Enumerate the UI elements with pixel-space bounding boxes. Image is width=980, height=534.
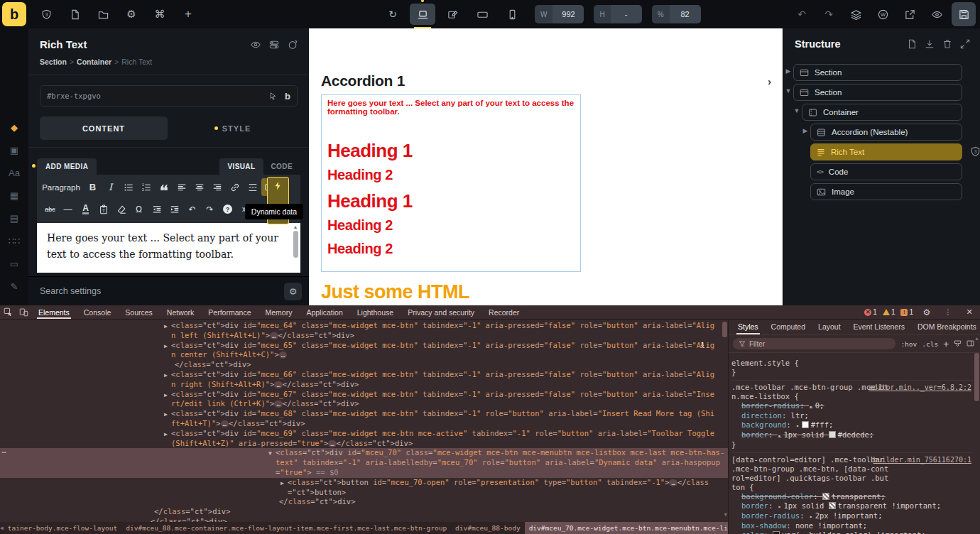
redo-icon[interactable]: ↷ bbox=[201, 200, 219, 218]
structure-item-box[interactable]: Rich Text bbox=[810, 143, 962, 160]
toggle-pseudo-classes-button[interactable]: :hov bbox=[900, 340, 917, 348]
paste-as-text-icon[interactable]: T bbox=[94, 200, 112, 218]
structure-item-section[interactable]: ▶Section bbox=[783, 64, 980, 81]
eye-icon[interactable] bbox=[925, 2, 949, 26]
css-selector-value[interactable]: #brxe-txpgvo bbox=[47, 92, 261, 100]
devtools-tab-privacy-and-security[interactable]: Privacy and security bbox=[401, 305, 481, 319]
numbered-list-icon[interactable]: 12 bbox=[137, 178, 155, 196]
structure-item-rich-text[interactable]: Rich Text3 bbox=[783, 143, 980, 160]
bullet-list-icon[interactable] bbox=[119, 178, 137, 196]
elements-tree-line[interactable]: </class="ct">div> bbox=[0, 517, 716, 522]
height-value[interactable]: - bbox=[611, 5, 642, 23]
css-property[interactable]: background-color: transparent; bbox=[731, 492, 973, 501]
elements-tree-line[interactable]: </class="ct">div> bbox=[0, 507, 716, 517]
folder-icon[interactable] bbox=[91, 2, 115, 26]
structure-item-image[interactable]: Image bbox=[783, 183, 980, 200]
page-canvas[interactable]: Accordion 1 › Here goes your text ... Se… bbox=[309, 28, 783, 305]
strikethrough-icon[interactable]: abc bbox=[41, 200, 59, 218]
italic-icon[interactable]: I bbox=[102, 178, 119, 196]
styles-tab-computed[interactable]: Computed bbox=[765, 319, 812, 334]
elements-tree-line[interactable]: ▶<class="ct">div id="mceu_65" class="mce… bbox=[0, 341, 716, 361]
layers-icon[interactable] bbox=[844, 2, 868, 26]
portrait-device-button[interactable] bbox=[499, 4, 525, 25]
breadcrumb-rich-text[interactable]: Rich Text bbox=[121, 58, 152, 66]
new-style-rule-button[interactable]: + bbox=[943, 339, 949, 349]
styles-filter-input[interactable]: Filter bbox=[733, 338, 895, 349]
rendering-emulation-icon[interactable] bbox=[954, 339, 962, 349]
dom-breadcrumbs[interactable]: ◀tainer-body.mce-flow-layoutdiv#mceu_88.… bbox=[0, 522, 728, 534]
console-warnings-badge[interactable]: 1 bbox=[883, 308, 895, 316]
canvas-heading[interactable]: Heading 1 bbox=[327, 140, 575, 162]
styles-scrollbar[interactable]: ▲ bbox=[974, 336, 980, 407]
search-settings-input[interactable]: Search settings bbox=[40, 286, 284, 296]
scrollbar-thumb[interactable] bbox=[293, 231, 298, 258]
devtools-tab-console[interactable]: Console bbox=[77, 305, 119, 319]
external-icon[interactable] bbox=[898, 2, 922, 26]
typography-icon[interactable]: Aa bbox=[6, 166, 22, 180]
devtools-settings-icon[interactable]: ⚙ bbox=[919, 307, 935, 317]
elements-tree-line[interactable]: ▶<class="ct">div id="mceu_68" class="mce… bbox=[0, 409, 716, 429]
undo-icon[interactable]: ↶ bbox=[790, 2, 814, 26]
dom-crumb[interactable]: div#mceu_88.mce-container.mce-flow-layou… bbox=[121, 522, 451, 534]
align-right-icon[interactable] bbox=[208, 178, 226, 196]
structure-item-code[interactable]: <>Code bbox=[783, 163, 980, 180]
structure-item-box[interactable]: Container bbox=[802, 104, 962, 121]
wordpress-icon[interactable]: W bbox=[871, 2, 895, 26]
elements-tree-line[interactable]: ▶<class="ct">div id="mceu_66" class="mce… bbox=[0, 370, 716, 390]
save-icon[interactable] bbox=[952, 2, 976, 26]
structure-item-box[interactable]: Image bbox=[810, 183, 962, 200]
width-input-group[interactable]: W 992 bbox=[535, 5, 584, 23]
desktop-device-button[interactable] bbox=[410, 4, 435, 25]
accordion-title[interactable]: Accordion 1 bbox=[321, 72, 768, 89]
inspect-element-icon[interactable] bbox=[0, 307, 16, 317]
builder-logo[interactable]: b bbox=[2, 2, 26, 26]
elements-tree-line[interactable]: ▶<class="ct">div id="mceu_67" class="mce… bbox=[0, 390, 716, 410]
color-swatch[interactable] bbox=[802, 421, 809, 428]
settings-gear-button[interactable]: ⚙ bbox=[284, 283, 302, 300]
sliders-icon[interactable] bbox=[269, 40, 279, 50]
grid-icon[interactable]: ∷∷ bbox=[6, 234, 22, 248]
code-element-heading[interactable]: Just some HTML bbox=[321, 281, 771, 303]
edit-icon[interactable]: ✎ bbox=[6, 280, 22, 293]
structure-item-box[interactable]: <>Code bbox=[810, 163, 962, 180]
height-input-group[interactable]: H - bbox=[594, 5, 641, 23]
accordion-chevron-icon[interactable]: › bbox=[768, 75, 771, 87]
tab-content[interactable]: CONTENT bbox=[40, 116, 168, 140]
scroll-up-arrow[interactable]: ▲ bbox=[292, 224, 299, 229]
css-rule-selector[interactable]: element.style { bbox=[731, 359, 973, 368]
shield-badge-icon[interactable]: 3 bbox=[34, 2, 58, 26]
devtools-menu-icon[interactable]: ⋮ bbox=[940, 308, 956, 316]
dom-crumb[interactable]: div#mceu_70.mce-widget.mce-btn.mce-menub… bbox=[525, 522, 728, 534]
elements-tree-line[interactable]: ⋯▼<class="ct">div id="mceu_70" class="mc… bbox=[0, 448, 728, 477]
canvas-heading[interactable]: Heading 2 bbox=[327, 217, 575, 234]
css-property[interactable]: box-shadow: none !important; bbox=[731, 521, 973, 530]
templates-icon[interactable]: ▤ bbox=[6, 212, 22, 225]
command-icon[interactable]: ⌘ bbox=[148, 2, 172, 26]
new-page-icon[interactable] bbox=[907, 39, 917, 49]
tab-code[interactable]: CODE bbox=[263, 158, 301, 175]
sync-device-button[interactable]: ↻ bbox=[380, 4, 405, 25]
layout-icon[interactable]: ▣ bbox=[6, 143, 22, 157]
indent-icon[interactable] bbox=[165, 200, 183, 218]
dom-crumb[interactable]: div#mceu_88-body bbox=[451, 522, 525, 534]
console-errors-badge[interactable]: ✕1 bbox=[864, 308, 877, 316]
color-swatch[interactable] bbox=[829, 502, 836, 509]
chevron-right-icon[interactable]: ▶ bbox=[784, 67, 793, 75]
elements-tree[interactable]: ▼ ▶<class="ct">div id="mceu_64" class="m… bbox=[0, 319, 728, 522]
elements-scrollbar[interactable]: ▼ bbox=[722, 319, 728, 522]
devtools-tab-application[interactable]: Application bbox=[299, 305, 349, 319]
horizontal-rule-icon[interactable]: — bbox=[59, 200, 77, 218]
structure-item-box[interactable]: Accordion (Nestable) bbox=[810, 124, 962, 141]
css-property[interactable]: border-radius: ▸0; bbox=[731, 401, 973, 411]
issues-badge[interactable]: !1 bbox=[900, 308, 913, 316]
css-property[interactable]: border-radius: ▸2px !important; bbox=[731, 511, 973, 521]
zoom-value[interactable]: 82 bbox=[670, 5, 701, 23]
color-swatch[interactable] bbox=[822, 493, 829, 500]
css-property[interactable]: direction: ltr; bbox=[731, 411, 973, 420]
components-icon[interactable]: ▦ bbox=[6, 189, 22, 202]
blockquote-icon[interactable] bbox=[155, 178, 173, 196]
tablet-device-button[interactable] bbox=[440, 4, 465, 25]
elements-tree-line[interactable]: ▶<class="ct">div id="mceu_64" class="mce… bbox=[0, 321, 716, 341]
devtools-tab-lighthouse[interactable]: Lighthouse bbox=[350, 305, 401, 319]
bold-icon[interactable]: B bbox=[84, 178, 102, 196]
